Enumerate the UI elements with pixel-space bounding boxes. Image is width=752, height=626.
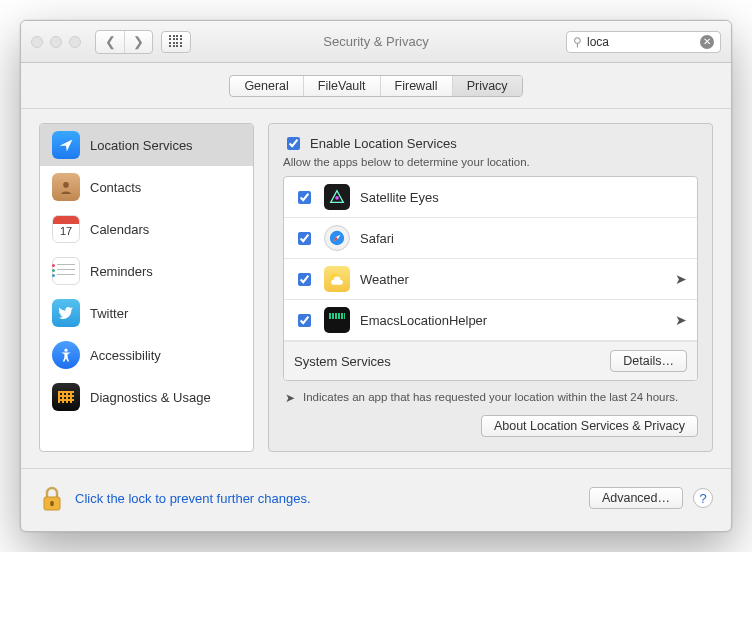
- app-name: EmacsLocationHelper: [360, 313, 665, 328]
- sidebar-item-accessibility[interactable]: Accessibility: [40, 334, 253, 376]
- recent-location-icon: ➤: [675, 312, 687, 328]
- weather-icon: [324, 266, 350, 292]
- sidebar-item-label: Location Services: [90, 138, 193, 153]
- sidebar-item-twitter[interactable]: Twitter: [40, 292, 253, 334]
- sidebar-item-calendars[interactable]: 17 Calendars: [40, 208, 253, 250]
- details-button[interactable]: Details…: [610, 350, 687, 372]
- tabs-row: General FileVault Firewall Privacy: [21, 63, 731, 109]
- satellite-eyes-icon: [324, 184, 350, 210]
- contacts-icon: [52, 173, 80, 201]
- show-all-button[interactable]: [161, 31, 191, 53]
- recent-note: ➤ Indicates an app that has requested yo…: [285, 391, 696, 405]
- app-row[interactable]: Weather ➤: [284, 259, 697, 300]
- app-name: Safari: [360, 231, 687, 246]
- advanced-button[interactable]: Advanced…: [589, 487, 683, 509]
- recent-location-icon: ➤: [675, 271, 687, 287]
- zoom-window[interactable]: [69, 36, 81, 48]
- sidebar-item-label: Reminders: [90, 264, 153, 279]
- tab-privacy[interactable]: Privacy: [452, 76, 522, 96]
- app-checkbox[interactable]: [298, 314, 311, 327]
- close-window[interactable]: [31, 36, 43, 48]
- enable-location-row[interactable]: Enable Location Services: [283, 134, 698, 153]
- nav-back-forward: ❮ ❯: [95, 30, 153, 54]
- grid-icon: [169, 35, 183, 49]
- preferences-window: ❮ ❯ Security & Privacy ⚲ loca ✕ General …: [20, 20, 732, 532]
- content-area: Location Services Contacts 17 Calendars …: [21, 109, 731, 468]
- svg-point-0: [63, 182, 69, 188]
- window-title: Security & Privacy: [323, 34, 428, 49]
- location-arrow-icon: ➤: [285, 391, 295, 405]
- svg-point-1: [64, 349, 67, 352]
- tab-firewall[interactable]: Firewall: [380, 76, 452, 96]
- window-controls[interactable]: [31, 36, 81, 48]
- nav-back-button[interactable]: ❮: [96, 31, 124, 53]
- minimize-window[interactable]: [50, 36, 62, 48]
- location-services-panel: Enable Location Services Allow the apps …: [268, 123, 713, 452]
- calendar-icon: 17: [52, 215, 80, 243]
- tab-group: General FileVault Firewall Privacy: [229, 75, 522, 97]
- lock-icon[interactable]: [39, 483, 65, 513]
- privacy-sidebar: Location Services Contacts 17 Calendars …: [39, 123, 254, 452]
- tab-filevault[interactable]: FileVault: [303, 76, 380, 96]
- location-arrow-icon: [52, 131, 80, 159]
- about-row: About Location Services & Privacy: [283, 415, 698, 437]
- accessibility-icon: [52, 341, 80, 369]
- lock-text[interactable]: Click the lock to prevent further change…: [75, 491, 579, 506]
- reminders-icon: [52, 257, 80, 285]
- system-services-row: System Services Details…: [284, 341, 697, 380]
- app-checkbox[interactable]: [298, 273, 311, 286]
- app-row[interactable]: Safari: [284, 218, 697, 259]
- footer: Click the lock to prevent further change…: [21, 468, 731, 531]
- sidebar-item-label: Contacts: [90, 180, 141, 195]
- search-input[interactable]: loca: [587, 35, 695, 49]
- app-name: Satellite Eyes: [360, 190, 687, 205]
- svg-rect-6: [50, 501, 53, 506]
- app-name: Weather: [360, 272, 665, 287]
- safari-icon: [324, 225, 350, 251]
- sidebar-item-contacts[interactable]: Contacts: [40, 166, 253, 208]
- clear-search-button[interactable]: ✕: [700, 35, 714, 49]
- recent-note-text: Indicates an app that has requested your…: [303, 391, 678, 405]
- twitter-icon: [52, 299, 80, 327]
- app-row[interactable]: EmacsLocationHelper ➤: [284, 300, 697, 341]
- titlebar: ❮ ❯ Security & Privacy ⚲ loca ✕: [21, 21, 731, 63]
- app-checkbox[interactable]: [298, 232, 311, 245]
- about-location-button[interactable]: About Location Services & Privacy: [481, 415, 698, 437]
- app-list: Satellite Eyes Safari Weather ➤: [283, 176, 698, 381]
- sidebar-item-reminders[interactable]: Reminders: [40, 250, 253, 292]
- search-icon: ⚲: [573, 35, 582, 49]
- help-button[interactable]: ?: [693, 488, 713, 508]
- terminal-icon: [324, 307, 350, 333]
- sidebar-item-label: Twitter: [90, 306, 128, 321]
- sidebar-item-diagnostics[interactable]: Diagnostics & Usage: [40, 376, 253, 418]
- app-row[interactable]: Satellite Eyes: [284, 177, 697, 218]
- sidebar-item-label: Diagnostics & Usage: [90, 390, 211, 405]
- diagnostics-icon: [52, 383, 80, 411]
- system-services-label: System Services: [294, 354, 391, 369]
- svg-point-2: [335, 196, 339, 200]
- search-field[interactable]: ⚲ loca ✕: [566, 31, 721, 53]
- app-checkbox[interactable]: [298, 191, 311, 204]
- tab-general[interactable]: General: [230, 76, 302, 96]
- sidebar-item-label: Accessibility: [90, 348, 161, 363]
- sidebar-item-label: Calendars: [90, 222, 149, 237]
- enable-location-subtext: Allow the apps below to determine your l…: [283, 156, 698, 168]
- enable-location-checkbox[interactable]: [287, 137, 300, 150]
- sidebar-item-location-services[interactable]: Location Services: [40, 124, 253, 166]
- nav-forward-button[interactable]: ❯: [124, 31, 152, 53]
- enable-location-label: Enable Location Services: [310, 136, 457, 151]
